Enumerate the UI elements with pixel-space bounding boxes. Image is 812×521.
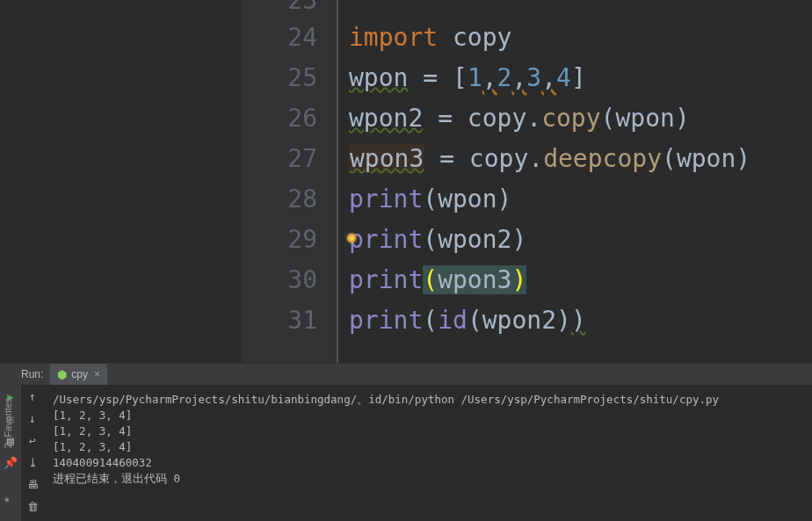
code-line: print(id(wpon2)) [349,300,812,341]
run-tool-window: Run: ⬢ cpy × ▶ ■ ▤ 📌 ↑ ↓ ↩ ⤓ 🖶 🗑 /Users/… [0,363,812,521]
line-number: 29 [242,220,337,260]
code-line: print(wpon2) [349,220,812,260]
console-line: 140400914460032 [53,455,803,471]
editor-area: 23 24 25 26 27 28 29 30 31 import copy w… [0,0,812,363]
run-config-tab[interactable]: ⬢ cpy × [50,364,107,385]
code-editor[interactable]: import copy wpon = [1,2,3,4] wpon2 = cop… [337,0,812,363]
code-line [349,0,812,18]
run-label: Run: [0,368,50,380]
console-line: /Users/ysp/PycharmProjects/shitu/bianbin… [53,392,803,408]
line-number: 30 [242,260,337,300]
pin-icon[interactable]: 📌 [4,456,18,469]
line-number: 23 [242,0,337,18]
left-gutter-spacer [0,0,242,363]
print-icon[interactable]: 🖶 [27,478,39,491]
star-icon: ★ [4,492,11,505]
console-line: [1, 2, 3, 4] [53,408,803,423]
favorites-sidebar-button[interactable]: 2: Favorites [3,398,13,448]
console-output[interactable]: /Users/ysp/PycharmProjects/shitu/bianbin… [44,385,812,521]
code-line: import copy [349,18,812,58]
tab-label: cpy [71,368,88,380]
line-number: 24 [242,18,337,58]
code-line: wpon = [1,2,3,4] [349,58,812,98]
console-line: [1, 2, 3, 4] [53,423,803,439]
down-icon[interactable]: ↓ [29,412,36,425]
wrap-icon[interactable]: ↩ [29,434,36,447]
scroll-icon[interactable]: ⤓ [28,456,38,469]
line-number: 26 [242,98,337,139]
code-line: print(wpon) [349,179,812,220]
trash-icon[interactable]: 🗑 [27,500,39,513]
intention-bulb-icon[interactable] [347,234,356,242]
console-line: [1, 2, 3, 4] [53,439,803,455]
console-toolbar: ↑ ↓ ↩ ⤓ 🖶 🗑 [21,385,44,521]
run-body: ▶ ■ ▤ 📌 ↑ ↓ ↩ ⤓ 🖶 🗑 /Users/ysp/PycharmPr… [0,385,812,521]
code-line: wpon3 = copy.deepcopy(wpon) [349,139,812,179]
code-line: wpon2 = copy.copy(wpon) [349,98,812,139]
console-line: 进程已结束，退出代码 0 [53,471,803,487]
line-number: 28 [242,179,337,220]
code-line-current: print(wpon3) [349,260,812,300]
python-icon: ⬢ [57,368,67,381]
up-icon[interactable]: ↑ [29,390,36,403]
close-icon[interactable]: × [94,368,100,380]
line-number: 27 [242,139,337,179]
run-header: Run: ⬢ cpy × [0,364,812,385]
line-number: 31 [242,300,337,341]
line-number-gutter[interactable]: 23 24 25 26 27 28 29 30 31 [242,0,337,363]
line-number: 25 [242,58,337,98]
